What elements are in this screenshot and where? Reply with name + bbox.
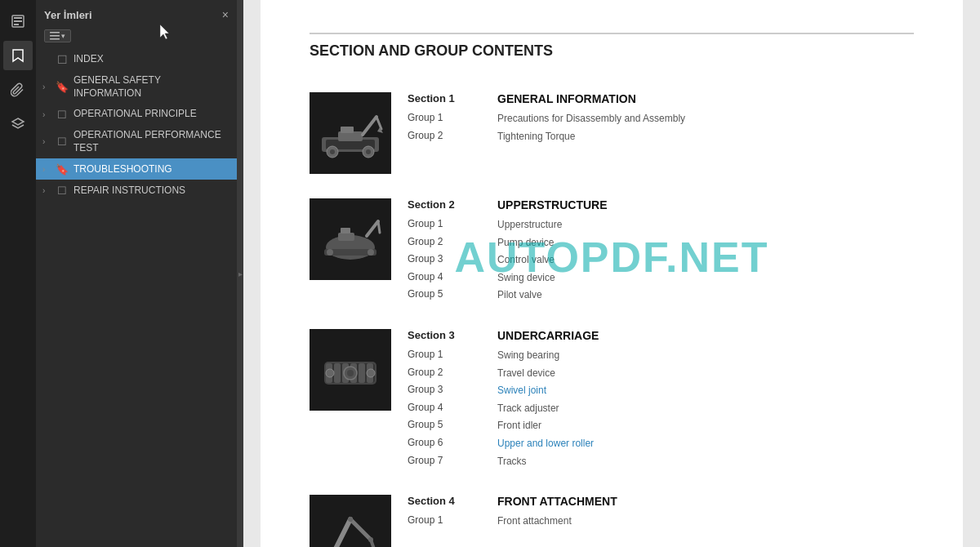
bookmark-item-index[interactable]: ☐ INDEX: [36, 49, 237, 70]
svg-rect-1: [14, 17, 22, 19]
svg-point-24: [327, 249, 333, 256]
bookmark-icon-op-performance: ☐: [56, 136, 69, 149]
section-heading-1: GENERAL INFORMATION: [497, 92, 914, 105]
section-info-2: Section 2 Group 1 Group 2 Group 3 Group …: [408, 198, 914, 305]
section-row-4: Section 4 Group 1 FRONT ATTACHMENT Front…: [310, 495, 914, 547]
detail-s2-g1: Upperstructure: [497, 216, 914, 234]
group-3-s3: Group 3: [408, 381, 481, 399]
svg-rect-34: [359, 363, 365, 383]
bookmark-icon-repair: ☐: [56, 184, 69, 197]
detail-s4-g1: Front attachment: [497, 513, 914, 531]
bookmarks-icon-btn[interactable]: [3, 41, 33, 70]
svg-point-13: [366, 149, 371, 154]
section-image-2: [310, 198, 391, 280]
bookmark-arrow-general-safety: ›: [42, 82, 54, 91]
detail-s2-g2: Pump device: [497, 234, 914, 252]
pages-icon-btn[interactable]: [3, 7, 33, 36]
section-label-3: Section 3: [408, 329, 481, 341]
detail-s2-g4: Swing device: [497, 269, 914, 287]
svg-rect-7: [50, 38, 60, 40]
bookmark-item-troubleshooting[interactable]: › 🔖 TROUBLESHOOTING: [36, 158, 237, 180]
svg-rect-21: [338, 233, 354, 241]
section-heading-4: FRONT ATTACHMENT: [497, 495, 914, 508]
resize-handle[interactable]: ▸: [237, 0, 243, 547]
detail-s3-g4: Track adjuster: [497, 400, 914, 418]
bookmark-arrow-troubleshooting: ›: [42, 165, 54, 174]
svg-rect-5: [50, 32, 60, 33]
group-4-s2: Group 4: [408, 269, 481, 287]
bookmark-item-repair[interactable]: › ☐ REPAIR INSTRUCTIONS: [36, 180, 237, 201]
svg-rect-31: [334, 363, 341, 383]
bookmark-list: ☐ INDEX › 🔖 GENERAL SAFETY INFORMATION ›…: [36, 47, 237, 547]
svg-point-25: [368, 249, 374, 256]
close-panel-button[interactable]: ×: [222, 8, 229, 21]
detail-s3-g3[interactable]: Swivel joint: [497, 382, 914, 400]
bookmark-arrow-op-principle: ›: [42, 110, 54, 119]
bookmark-arrow-op-performance: ›: [42, 137, 54, 146]
svg-line-41: [350, 519, 371, 540]
group-1-label-s1: Group 1: [408, 109, 481, 127]
toolbar-menu-button[interactable]: ▾: [44, 29, 71, 42]
group-2-label-s1: Group 2: [408, 127, 481, 145]
svg-line-16: [363, 117, 376, 135]
svg-rect-15: [341, 127, 354, 133]
group-7-s3: Group 7: [408, 452, 481, 470]
group-4-s3: Group 4: [408, 399, 481, 417]
detail-s3-g5: Front idler: [497, 417, 914, 435]
group-1-s2: Group 1: [408, 216, 481, 233]
detail-s1-g1: Precautions for Disassembly and Assembly: [497, 110, 914, 128]
group-1-s4: Group 1: [408, 512, 481, 530]
bookmark-item-op-principle[interactable]: › ☐ OPERATIONAL PRINCIPLE: [36, 104, 237, 125]
section-number-4: Section 4 Group 1: [408, 495, 481, 531]
section-number-2: Section 2 Group 1 Group 2 Group 3 Group …: [408, 198, 481, 305]
icon-bar: [0, 0, 36, 547]
section-heading-2: UPPERSTRUCTURE: [497, 198, 914, 211]
svg-point-36: [326, 369, 334, 377]
section-row-3: Section 3 Group 1 Group 2 Group 3 Group …: [310, 329, 914, 470]
bookmark-label-op-principle: OPERATIONAL PRINCIPLE: [74, 108, 197, 121]
bookmark-item-op-performance[interactable]: › ☐ OPERATIONAL PERFORMANCE TEST: [36, 125, 237, 158]
bookmark-label-general-safety: GENERAL SAFETY INFORMATION: [74, 74, 229, 100]
detail-s3-g1: Swing bearing: [497, 347, 914, 365]
section-image-4: [310, 495, 391, 547]
bookmark-icon-op-principle: ☐: [56, 108, 69, 121]
section-label-1: Section 1: [408, 92, 481, 105]
section-info-3: Section 3 Group 1 Group 2 Group 3 Group …: [408, 329, 914, 470]
svg-line-27: [378, 221, 380, 233]
detail-s2-g3: Control valve: [497, 251, 914, 269]
section-row-2: Section 2 Group 1 Group 2 Group 3 Group …: [310, 198, 914, 305]
bookmark-item-general-safety[interactable]: › 🔖 GENERAL SAFETY INFORMATION: [36, 70, 237, 104]
svg-rect-2: [14, 20, 22, 22]
svg-marker-4: [12, 118, 24, 125]
group-5-s3: Group 5: [408, 416, 481, 434]
svg-line-26: [367, 221, 378, 236]
section-details-4: FRONT ATTACHMENT Front attachment: [497, 495, 914, 531]
detail-s3-g6[interactable]: Upper and lower roller: [497, 435, 914, 453]
main-content: AUTOPDF.NET SECTION AND GROUP CONTENTS: [243, 0, 980, 547]
group-6-s3: Group 6: [408, 434, 481, 452]
section-details-3: UNDERCARRIAGE Swing bearing Travel devic…: [497, 329, 914, 470]
detail-s1-g2: Tightening Torque: [497, 128, 914, 146]
section-details-1: GENERAL INFORMATION Precautions for Disa…: [497, 92, 914, 145]
panel-toolbar: ▾: [36, 26, 237, 47]
section-row-1: Section 1 Group 1 Group 2 GENERAL INFORM…: [310, 92, 914, 174]
svg-point-45: [368, 537, 373, 542]
panel-header: Yer İmleri ×: [36, 0, 237, 26]
detail-s2-g5: Pilot valve: [497, 287, 914, 305]
layers-icon-btn[interactable]: [3, 109, 33, 139]
group-2-s3: Group 2: [408, 364, 481, 382]
section-number-1: Section 1 Group 1 Group 2: [408, 92, 481, 145]
section-heading-3: UNDERCARRIAGE: [497, 329, 914, 342]
svg-rect-3: [14, 24, 19, 25]
group-2-s2: Group 2: [408, 233, 481, 251]
page-section-title: SECTION AND GROUP CONTENTS: [310, 33, 914, 68]
group-3-s2: Group 3: [408, 251, 481, 269]
attachments-icon-btn[interactable]: [3, 75, 33, 105]
svg-point-12: [330, 149, 335, 154]
section-info-4: Section 4 Group 1 FRONT ATTACHMENT Front…: [408, 495, 914, 531]
svg-point-44: [348, 517, 353, 522]
bookmark-icon-general-safety: 🔖: [56, 81, 69, 94]
svg-point-37: [367, 369, 375, 377]
left-panel: Yer İmleri × ▾ ☐ INDEX: [0, 0, 237, 547]
detail-s3-g7: Tracks: [497, 453, 914, 471]
